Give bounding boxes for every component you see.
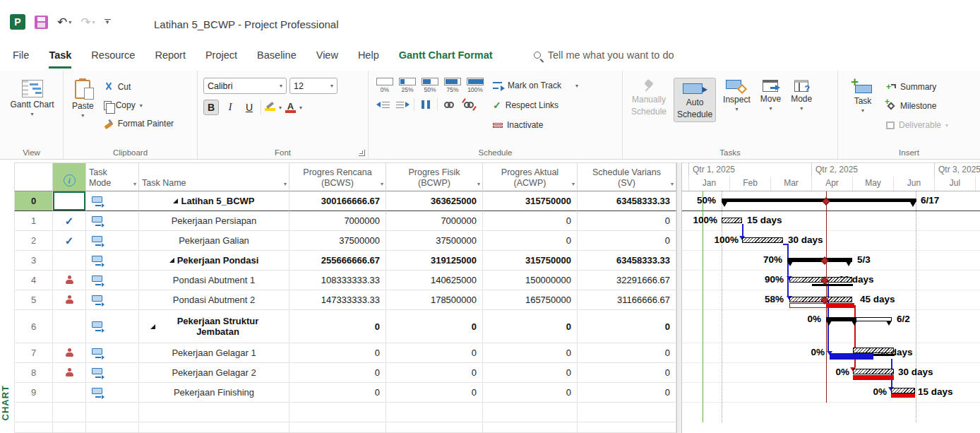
row-id-cell[interactable]: 7 — [14, 343, 53, 363]
value-cell[interactable]: 363625000 — [386, 191, 483, 211]
task-name-cell[interactable]: Pondasi Abutment 2 — [139, 290, 289, 310]
filter-arrow-icon[interactable]: ▾ — [671, 181, 674, 187]
task-name-cell[interactable]: Pekerjaan Finishing — [139, 383, 289, 403]
value-cell[interactable]: 300166666.67 — [289, 191, 386, 211]
bold-button[interactable]: B — [203, 100, 219, 115]
value-cell[interactable]: 0 — [578, 310, 676, 343]
gantt-bar[interactable] — [830, 353, 873, 360]
indicator-cell[interactable]: ✓ — [53, 211, 86, 231]
empty-cell[interactable] — [386, 403, 483, 422]
mark-on-track-button[interactable]: Mark on Track▾ — [493, 78, 578, 93]
customize-quick-access-icon[interactable]: ▾ — [104, 19, 111, 25]
value-cell[interactable]: 7000000 — [386, 211, 483, 231]
empty-cell[interactable] — [289, 422, 386, 433]
font-size-combobox[interactable]: 12▾ — [289, 78, 337, 94]
empty-cell[interactable] — [578, 403, 676, 422]
task-name-cell[interactable]: Pekerjaan Gelagar 1 — [139, 343, 289, 363]
value-cell[interactable]: 0 — [483, 383, 578, 403]
row-id-cell[interactable]: 6 — [14, 310, 53, 343]
tab-task[interactable]: Task — [49, 40, 71, 71]
tab-report[interactable]: Report — [155, 40, 186, 71]
value-cell[interactable]: 0 — [386, 343, 483, 363]
empty-cell[interactable] — [53, 422, 86, 433]
value-cell[interactable]: 0 — [483, 310, 578, 343]
empty-cell[interactable] — [139, 403, 289, 422]
column-header-progres-fisik[interactable]: Progres Fisik(BCWP)▾ — [386, 163, 483, 191]
collapse-triangle-icon[interactable] — [173, 198, 178, 203]
value-cell[interactable]: 319125000 — [386, 251, 483, 271]
indicator-cell[interactable] — [53, 271, 86, 290]
task-name-cell[interactable]: Pondasi Abutment 1 — [139, 271, 289, 290]
auto-schedule-button[interactable]: Auto Schedule — [674, 78, 716, 122]
task-mode-cell[interactable] — [86, 290, 139, 310]
empty-cell[interactable] — [578, 422, 676, 433]
row-id-cell[interactable]: 1 — [14, 211, 53, 231]
value-cell[interactable]: 0 — [483, 363, 578, 383]
task-mode-cell[interactable] — [86, 363, 139, 383]
gantt-task-bar[interactable] — [742, 237, 783, 243]
filter-arrow-icon[interactable]: ▾ — [133, 181, 136, 187]
value-cell[interactable]: 255666666.67 — [289, 251, 386, 271]
split-task-icon[interactable] — [417, 98, 434, 111]
font-color-button[interactable]: A — [285, 102, 296, 113]
font-dialog-launcher-icon[interactable] — [359, 150, 365, 156]
task-name-cell[interactable]: Pekerjaan Pondasi — [139, 251, 289, 271]
row-id-cell[interactable]: 0 — [14, 191, 53, 211]
value-cell[interactable]: 0 — [483, 211, 578, 231]
gantt-bar[interactable] — [826, 303, 854, 308]
value-cell[interactable]: 0 — [289, 383, 386, 403]
tab-help[interactable]: Help — [358, 40, 379, 71]
table-gantt-splitter[interactable] — [676, 162, 682, 433]
indicator-cell[interactable] — [53, 290, 86, 310]
empty-cell[interactable] — [14, 422, 53, 433]
column-header-progres-aktual[interactable]: Progres Aktual(ACWP)▾ — [483, 163, 578, 191]
empty-cell[interactable] — [483, 403, 578, 422]
insert-deliverable-button[interactable]: Deliverable▾ — [886, 117, 948, 133]
value-cell[interactable]: 0 — [483, 231, 578, 251]
task-name-cell[interactable]: Pekerjaan Gelagar 2 — [139, 363, 289, 383]
indicator-cell[interactable] — [53, 383, 86, 403]
task-mode-cell[interactable] — [86, 383, 139, 403]
gantt-slip-outline-bar[interactable] — [789, 303, 854, 308]
empty-cell[interactable] — [386, 422, 483, 433]
tab-view[interactable]: View — [316, 40, 338, 71]
indicator-cell[interactable] — [53, 251, 86, 271]
column-header-progres-rencana[interactable]: Progres Rencana(BCWS)▾ — [289, 163, 386, 191]
italic-button[interactable]: I — [222, 100, 238, 115]
gantt-task-bar[interactable] — [853, 369, 894, 374]
inactivate-button[interactable]: Inactivate — [493, 117, 578, 133]
value-cell[interactable]: 0 — [578, 343, 676, 363]
value-cell[interactable]: 0 — [578, 383, 676, 403]
filter-arrow-icon[interactable]: ▾ — [477, 181, 480, 187]
row-id-cell[interactable]: 4 — [14, 271, 53, 290]
empty-cell[interactable] — [483, 422, 578, 433]
column-header-task[interactable]: TaskMode▾ — [86, 163, 139, 191]
insert-milestone-button[interactable]: +Milestone — [886, 98, 948, 114]
project-app-icon[interactable]: P — [10, 14, 25, 30]
empty-cell[interactable] — [86, 422, 139, 433]
empty-cell[interactable] — [289, 403, 386, 422]
tab-project[interactable]: Project — [205, 40, 237, 71]
mode-button[interactable]: Mode ▾ — [788, 78, 815, 113]
row-id-cell[interactable]: 5 — [14, 290, 53, 310]
value-cell[interactable]: 32291666.67 — [578, 271, 676, 290]
filter-arrow-icon[interactable]: ▾ — [381, 181, 383, 187]
row-id-cell[interactable]: 9 — [14, 383, 53, 403]
task-name-cell[interactable]: Pekerjaan Galian — [139, 231, 289, 251]
percent-100-button[interactable]: 100% — [465, 78, 486, 93]
undo-dropdown-icon[interactable]: ▾ — [68, 20, 71, 25]
value-cell[interactable]: 37500000 — [289, 231, 386, 251]
empty-cell[interactable] — [14, 403, 53, 422]
task-mode-cell[interactable] — [86, 231, 139, 251]
empty-cell[interactable] — [139, 422, 289, 433]
insert-task-button[interactable]: + Task ▾ — [849, 78, 876, 146]
gantt-task-bar[interactable] — [789, 277, 852, 283]
tab-gantt-chart-format[interactable]: Gantt Chart Format — [399, 40, 493, 71]
save-icon[interactable] — [35, 16, 48, 29]
column-header-info[interactable]: i — [53, 163, 86, 191]
value-cell[interactable]: 147333333.33 — [289, 290, 386, 310]
manually-schedule-button[interactable]: Manually Schedule — [628, 78, 669, 119]
value-cell[interactable]: 315750000 — [483, 251, 578, 271]
gantt-bar[interactable] — [873, 354, 895, 356]
collapse-triangle-icon[interactable] — [150, 324, 155, 329]
